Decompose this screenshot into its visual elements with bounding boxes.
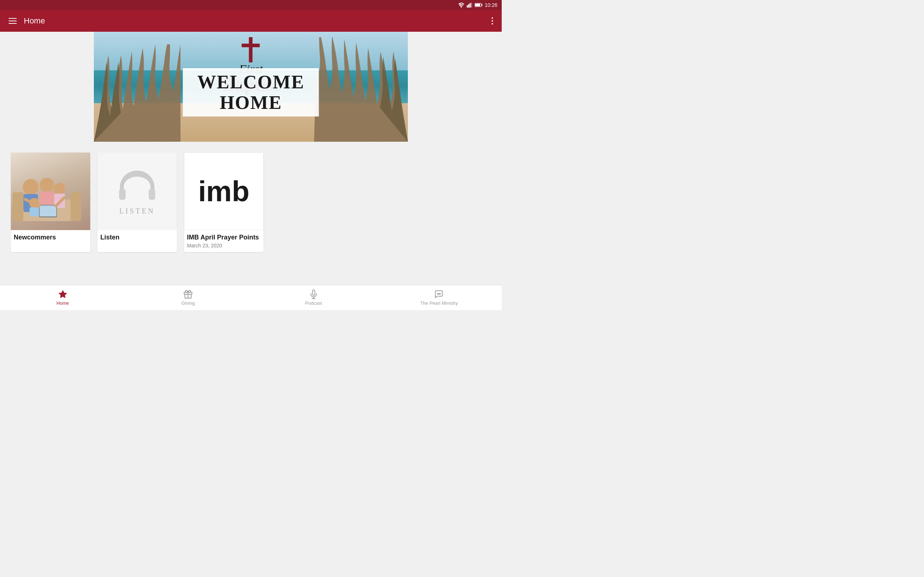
dot-3 <box>492 23 493 24</box>
status-time: 10:26 <box>485 2 498 8</box>
page-title: Home <box>24 16 489 26</box>
svg-rect-18 <box>30 207 39 216</box>
svg-rect-2 <box>468 4 469 8</box>
headphones-icon <box>117 167 157 203</box>
status-bar: 10:26 <box>0 0 502 10</box>
svg-rect-25 <box>119 189 126 200</box>
app-bar: Home <box>0 10 502 32</box>
bottom-nav: Home Giving Podcast The Pearl Ministr <box>0 285 502 310</box>
dot-1 <box>492 17 493 19</box>
imb-card-title: IMB April Prayer Points <box>184 230 263 243</box>
hero-banner: First Baptist WELCOME HOME <box>94 32 408 142</box>
nav-podcast[interactable]: Podcast <box>251 287 376 309</box>
svg-rect-7 <box>481 4 482 6</box>
welcome-line-1: WELCOME <box>197 72 304 92</box>
imb-card[interactable]: imb IMB April Prayer Points March 23, 20… <box>184 153 263 252</box>
svg-point-13 <box>23 179 39 195</box>
home-star-icon <box>58 290 68 299</box>
side-grey-left <box>0 32 94 142</box>
nav-pearl-label: The Pearl Ministry <box>420 300 458 306</box>
hero-wrapper: First Baptist WELCOME HOME <box>0 32 502 142</box>
svg-rect-4 <box>471 3 472 8</box>
svg-point-19 <box>54 183 65 194</box>
svg-rect-8 <box>249 37 253 62</box>
dot-2 <box>492 20 493 22</box>
mic-icon <box>309 290 318 299</box>
svg-rect-3 <box>470 3 471 8</box>
nav-pearl-ministry[interactable]: The Pearl Ministry <box>376 287 502 309</box>
welcome-line-2: HOME <box>197 92 304 113</box>
svg-rect-22 <box>40 206 56 216</box>
hamburger-line-1 <box>9 18 16 19</box>
battery-icon <box>475 3 483 7</box>
cards-section: Newcommers LISTEN Listen imb IMB April P… <box>0 142 502 256</box>
gift-icon <box>183 290 193 299</box>
cross-icon <box>240 37 262 62</box>
nav-home-label: Home <box>56 300 69 306</box>
listen-image: LISTEN <box>97 153 177 230</box>
more-options-button[interactable] <box>489 15 496 27</box>
imb-logo-text: imb <box>198 177 249 206</box>
svg-point-15 <box>40 178 54 192</box>
svg-point-0 <box>460 7 462 8</box>
signal-icon <box>467 3 472 8</box>
imb-card-subtitle: March 23, 2020 <box>184 243 263 252</box>
main-content: First Baptist WELCOME HOME <box>0 32 502 310</box>
hamburger-line-2 <box>9 21 16 21</box>
side-grey-right <box>408 32 502 142</box>
svg-rect-11 <box>13 192 23 221</box>
svg-point-33 <box>439 293 439 294</box>
newcomers-image <box>11 153 90 230</box>
svg-point-34 <box>439 293 440 294</box>
nav-giving-label: Giving <box>181 300 195 306</box>
newcomers-card-title: Newcommers <box>11 230 90 243</box>
svg-point-32 <box>438 293 438 294</box>
svg-rect-26 <box>149 189 155 200</box>
listen-card[interactable]: LISTEN Listen <box>97 153 177 252</box>
chat-icon <box>434 290 444 299</box>
nav-giving[interactable]: Giving <box>126 287 251 309</box>
svg-rect-1 <box>467 5 468 8</box>
nav-podcast-label: Podcast <box>305 300 322 306</box>
svg-rect-12 <box>70 192 81 221</box>
wifi-icon <box>458 3 465 8</box>
imb-image: imb <box>184 153 263 230</box>
nav-home[interactable]: Home <box>0 287 126 309</box>
listen-label: LISTEN <box>120 207 155 215</box>
family-svg <box>11 153 83 230</box>
svg-rect-6 <box>475 3 480 6</box>
svg-marker-27 <box>59 290 67 298</box>
menu-button[interactable] <box>6 15 19 27</box>
grass-right <box>314 37 408 142</box>
welcome-banner: WELCOME HOME <box>183 68 319 116</box>
svg-rect-9 <box>242 44 260 47</box>
listen-card-title: Listen <box>97 230 177 243</box>
newcomers-card[interactable]: Newcommers <box>11 153 90 252</box>
grass-left <box>94 44 181 142</box>
hamburger-line-3 <box>9 23 16 24</box>
